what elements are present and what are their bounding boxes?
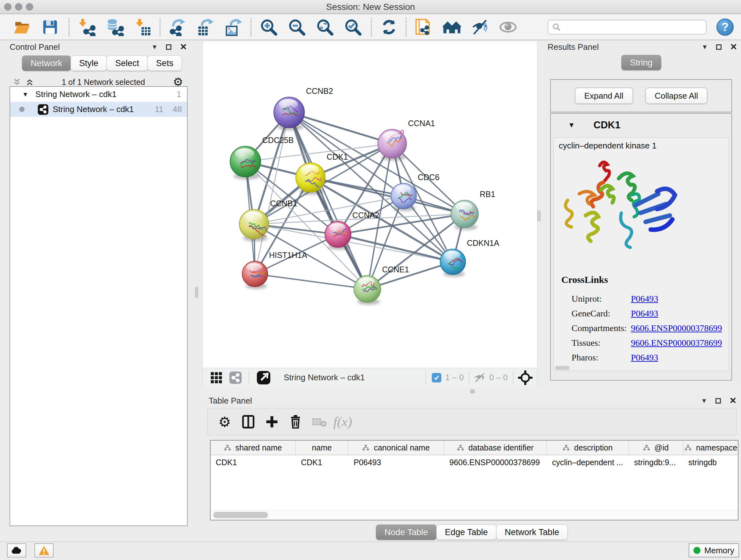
network-collection-row[interactable]: ▼ String Network – cdk1 1 bbox=[10, 87, 187, 102]
panel-menu-icon[interactable]: ▼ bbox=[151, 44, 158, 51]
scrollbar-thumb[interactable] bbox=[213, 512, 268, 518]
network-row-selected[interactable]: String Network – cdk1 11 48 bbox=[10, 102, 187, 117]
panel-close-icon[interactable]: ✕ bbox=[180, 43, 187, 51]
network-node-HIST1H1A[interactable] bbox=[242, 261, 268, 289]
network-edge-HIST1H1A-CCNE1[interactable] bbox=[255, 274, 367, 289]
grid-view-icon[interactable] bbox=[210, 372, 222, 384]
network-node-CCNE1[interactable] bbox=[354, 275, 381, 305]
column-header-shared-name[interactable]: shared name bbox=[211, 441, 296, 455]
tab-network[interactable]: Network bbox=[22, 56, 71, 71]
hide-graphics-details-button[interactable] bbox=[466, 16, 494, 38]
table-cell[interactable]: stringdb bbox=[683, 455, 738, 469]
network-edge-CDK1-RB1[interactable] bbox=[311, 178, 465, 214]
tab-string[interactable]: String bbox=[621, 55, 661, 70]
network-node-CDC6[interactable] bbox=[391, 183, 416, 211]
table-cell[interactable]: CDK1 bbox=[211, 455, 296, 469]
export-network-button[interactable] bbox=[164, 16, 192, 38]
column-header-canonical-name[interactable]: canonical name bbox=[348, 441, 444, 455]
crosslink-link[interactable]: P06493 bbox=[631, 308, 658, 319]
collapse-all-icon[interactable] bbox=[13, 78, 21, 86]
horizontal-splitter[interactable] bbox=[202, 387, 741, 396]
import-network-database-button[interactable] bbox=[101, 16, 129, 38]
network-node-CDKN1A[interactable] bbox=[440, 249, 466, 277]
column-header-name[interactable]: name bbox=[296, 441, 348, 455]
crosslink-link[interactable]: 9606.ENSP00000378699 bbox=[631, 323, 722, 333]
crosslink-link[interactable]: 9606.ENSP00000378699 bbox=[631, 338, 722, 348]
delete-column-trash-icon[interactable] bbox=[284, 411, 307, 433]
tree-expander-icon[interactable]: ▼ bbox=[22, 91, 28, 98]
panel-float-icon[interactable] bbox=[166, 44, 172, 50]
table-row[interactable]: CDK1CDK1P064939606.ENSP00000378699cyclin… bbox=[211, 455, 738, 469]
warning-button[interactable] bbox=[35, 543, 54, 557]
table-cell[interactable]: 9606.ENSP00000378699 bbox=[444, 455, 547, 469]
table-cell[interactable]: cyclin–dependent ... bbox=[547, 455, 629, 469]
panel-float-icon[interactable] bbox=[716, 44, 722, 50]
network-edge-CCNB2-CCNA1[interactable] bbox=[289, 112, 392, 144]
table-settings-gear-icon[interactable]: ⚙ bbox=[213, 411, 237, 433]
table-horizontal-scrollbar[interactable] bbox=[211, 510, 738, 520]
share-view-icon[interactable] bbox=[229, 371, 242, 384]
network-node-CCNB1[interactable] bbox=[239, 209, 269, 241]
add-column-icon[interactable] bbox=[260, 411, 284, 433]
split-panel-icon[interactable] bbox=[237, 411, 260, 433]
tab-node-table[interactable]: Node Table bbox=[376, 524, 436, 540]
panel-float-icon[interactable] bbox=[716, 398, 721, 403]
zoom-in-button[interactable] bbox=[255, 16, 283, 38]
tab-style[interactable]: Style bbox=[71, 56, 107, 71]
column-header--id[interactable]: @id bbox=[629, 441, 683, 455]
import-network-file-button[interactable] bbox=[73, 16, 101, 38]
network-node-RB1[interactable] bbox=[451, 200, 478, 230]
network-node-CDC25B[interactable] bbox=[230, 146, 261, 179]
cloud-button[interactable] bbox=[7, 543, 26, 557]
table-cell[interactable]: CDK1 bbox=[296, 455, 348, 469]
splitter-handle[interactable] bbox=[470, 389, 475, 394]
birdseye-view-icon[interactable] bbox=[256, 370, 271, 385]
network-node-CCNA1[interactable] bbox=[378, 129, 407, 161]
show-graphics-details-button[interactable] bbox=[494, 16, 522, 38]
network-canvas[interactable]: CCNB2CCNA1CDC25BCDK1CDC6RB1CCNB1CCNA2CDK… bbox=[203, 42, 537, 368]
tab-sets[interactable]: Sets bbox=[147, 56, 182, 71]
zoom-selected-button[interactable] bbox=[339, 16, 367, 38]
results-scrollbar-thumb[interactable] bbox=[555, 366, 569, 370]
search-input[interactable] bbox=[561, 22, 706, 33]
panel-close-icon[interactable]: ✕ bbox=[729, 396, 737, 405]
expand-all-button[interactable]: Expand All bbox=[575, 87, 633, 104]
collapse-all-button[interactable]: Collapse All bbox=[645, 87, 708, 104]
tab-edge-table[interactable]: Edge Table bbox=[436, 524, 496, 540]
column-header-database-identifier[interactable]: database identifier bbox=[444, 441, 547, 455]
help-button[interactable]: ? bbox=[715, 16, 735, 38]
network-edge-CCNB2-CCNE1[interactable] bbox=[289, 112, 367, 289]
memory-button[interactable]: Memory bbox=[689, 543, 739, 557]
panel-close-icon[interactable]: ✕ bbox=[730, 43, 737, 51]
selected-checkbox[interactable] bbox=[432, 373, 441, 382]
import-table-file-button[interactable] bbox=[129, 16, 157, 38]
share-session-file-button[interactable] bbox=[410, 16, 438, 38]
refresh-button[interactable] bbox=[375, 16, 403, 38]
zoom-fit-button[interactable] bbox=[311, 16, 339, 38]
entry-expander-icon[interactable]: ▼ bbox=[568, 121, 575, 129]
home-button[interactable] bbox=[438, 16, 466, 38]
crosslink-link[interactable]: P06493 bbox=[631, 353, 658, 363]
export-image-button[interactable] bbox=[220, 16, 248, 38]
column-header-namespace[interactable]: namespace bbox=[683, 441, 738, 455]
entry-header-cdk1[interactable]: ▼ CDK1 bbox=[551, 114, 731, 137]
column-header-description[interactable]: description bbox=[547, 441, 629, 455]
network-edge-CCNB2-RB1[interactable] bbox=[289, 112, 465, 214]
table-cell[interactable]: P06493 bbox=[348, 455, 444, 469]
center-view-icon[interactable] bbox=[518, 370, 533, 385]
table-cell[interactable]: stringdb:9... bbox=[629, 455, 683, 469]
expand-all-icon[interactable] bbox=[25, 78, 34, 86]
panel-menu-icon[interactable]: ▼ bbox=[701, 397, 708, 405]
save-session-button[interactable] bbox=[36, 16, 64, 38]
apply-function-icon[interactable]: f(x) bbox=[331, 411, 354, 433]
crosslink-link[interactable]: P06493 bbox=[631, 294, 658, 304]
network-node-CDK1[interactable] bbox=[296, 163, 325, 195]
open-session-button[interactable] bbox=[8, 16, 36, 38]
network-node-CCNA2[interactable] bbox=[325, 221, 351, 250]
tab-select[interactable]: Select bbox=[107, 56, 148, 71]
clear-table-icon[interactable] bbox=[307, 411, 331, 433]
export-table-button[interactable] bbox=[192, 16, 220, 38]
vertical-splitter-grip[interactable] bbox=[195, 287, 198, 298]
panel-menu-icon[interactable]: ▼ bbox=[702, 44, 708, 51]
zoom-out-button[interactable] bbox=[283, 16, 311, 38]
